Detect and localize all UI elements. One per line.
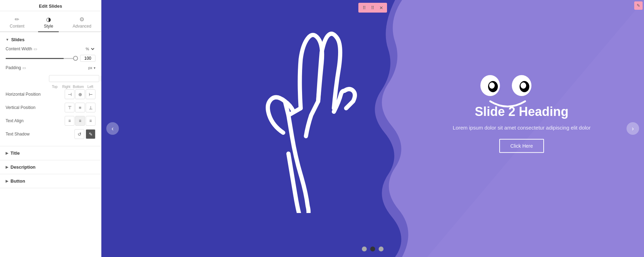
tab-content[interactable]: ✏ Content xyxy=(4,14,30,32)
slides-section: ▼ Slides Content Width ▭ % px xyxy=(0,32,101,146)
horizontal-position-btn-group: ⊣ ⊕ ⊢ xyxy=(65,89,95,99)
tab-advanced[interactable]: ⚙ Advanced xyxy=(67,14,97,32)
slide-next-button[interactable]: › xyxy=(627,122,639,135)
slide-content: Slide 2 Heading Lorem ipsum dolor sit am… xyxy=(434,104,609,153)
close-icon[interactable]: ✕ xyxy=(377,4,385,12)
button-section-label: Button xyxy=(10,178,25,184)
slide-heading: Slide 2 Heading xyxy=(434,104,609,119)
h-align-right-button[interactable]: ⊢ xyxy=(86,89,95,99)
slides-title-label: Slides xyxy=(11,37,24,42)
slides-section-content: Content Width ▭ % px P xyxy=(6,44,95,139)
svg-point-5 xyxy=(521,82,526,89)
padding-label: Padding ▭ xyxy=(6,65,48,70)
vertical-position-row: Vertical Position ⊤ ≡ ⊥ xyxy=(6,103,95,112)
v-align-middle-button[interactable]: ≡ xyxy=(75,103,85,112)
title-section[interactable]: ▶ Title xyxy=(0,146,101,160)
v-align-top-button[interactable]: ⊤ xyxy=(65,103,74,112)
button-section[interactable]: ▶ Button xyxy=(0,174,101,188)
horizontal-position-row: Horizontal Position ⊣ ⊕ ⊢ xyxy=(6,89,95,99)
slides-section-title[interactable]: ▼ Slides xyxy=(6,36,95,44)
monitor-icon: ▭ xyxy=(34,47,37,51)
style-icon: ◑ xyxy=(46,16,51,23)
vertical-position-controls: ⊤ ≡ ⊥ xyxy=(50,103,95,112)
text-align-right-button[interactable]: ≡ xyxy=(86,116,95,126)
tabs-row: ✏ Content ◑ Style ⚙ Advanced xyxy=(0,11,101,32)
hand-drawing-svg xyxy=(231,10,385,213)
padding-left-label: Left xyxy=(85,85,95,89)
svg-point-2 xyxy=(489,82,495,89)
padding-inputs xyxy=(49,75,101,82)
grid-icon[interactable]: ⠿ xyxy=(369,4,377,12)
padding-unit-label: px xyxy=(88,66,92,70)
padding-row: Padding ▭ px ▾ xyxy=(6,65,95,70)
tab-style-label: Style xyxy=(44,24,53,29)
eyes-svg xyxy=(480,73,536,108)
text-align-controls: ≡ ≡ ≡ xyxy=(50,116,95,126)
text-align-row: Text Align ≡ ≡ ≡ xyxy=(6,116,95,126)
slide-container: Slide 2 Heading Lorem ipsum dolor sit am… xyxy=(101,0,644,257)
description-section-label: Description xyxy=(10,164,36,170)
text-shadow-row: Text Shadow ↺ ✎ xyxy=(6,129,95,139)
title-arrow-icon: ▶ xyxy=(6,151,8,155)
slide-dot-1[interactable] xyxy=(362,247,367,251)
slide-dots xyxy=(362,247,384,251)
slide-dot-2[interactable] xyxy=(370,247,375,251)
tab-content-label: Content xyxy=(10,24,24,29)
main-area: Slide 2 Heading Lorem ipsum dolor sit am… xyxy=(101,0,644,257)
v-align-bottom-button[interactable]: ⊥ xyxy=(86,103,95,112)
padding-inputs-row: 🔗 xyxy=(6,74,95,83)
vertical-position-btn-group: ⊤ ≡ ⊥ xyxy=(65,103,95,112)
description-arrow-icon: ▶ xyxy=(6,165,8,169)
text-align-center-button[interactable]: ≡ xyxy=(75,116,85,126)
content-width-input[interactable] xyxy=(80,55,95,62)
slide-prev-button[interactable]: ‹ xyxy=(106,122,119,135)
text-align-btn-group: ≡ ≡ ≡ xyxy=(65,116,95,126)
advanced-icon: ⚙ xyxy=(79,16,84,23)
content-icon: ✏ xyxy=(15,16,19,23)
content-width-slider-container xyxy=(6,55,95,62)
content-width-slider-row xyxy=(6,55,95,62)
top-toolbar: ⠿ ⠿ ✕ xyxy=(358,3,387,13)
slides-arrow-icon: ▼ xyxy=(6,38,9,42)
text-shadow-edit-button[interactable]: ✎ xyxy=(86,129,95,139)
face-decoration xyxy=(480,73,536,109)
padding-unit-area: px ▾ xyxy=(50,66,95,70)
content-width-slider[interactable] xyxy=(6,58,78,59)
tab-style[interactable]: ◑ Style xyxy=(38,14,59,32)
horizontal-position-label: Horizontal Position xyxy=(6,92,48,97)
padding-icon: ▭ xyxy=(22,66,26,70)
padding-labels-row: Top Right Bottom Left xyxy=(50,85,95,89)
text-shadow-reset-button[interactable]: ↺ xyxy=(74,129,84,139)
content-width-label: Content Width ▭ xyxy=(6,46,48,51)
slide-cta-button[interactable]: Click Here xyxy=(499,139,544,153)
panel-header: Edit Slides xyxy=(0,0,101,11)
padding-top-input[interactable] xyxy=(49,75,99,82)
text-align-left-button[interactable]: ≡ xyxy=(65,116,74,126)
text-shadow-label: Text Shadow xyxy=(6,132,48,137)
content-width-unit-select[interactable]: % px xyxy=(84,46,95,51)
padding-top-label: Top xyxy=(50,85,60,89)
text-align-label: Text Align xyxy=(6,118,48,123)
h-align-left-button[interactable]: ⊣ xyxy=(65,89,74,99)
chevron-down-icon: ▾ xyxy=(94,66,95,70)
padding-bottom-label: Bottom xyxy=(73,85,84,89)
description-section[interactable]: ▶ Description xyxy=(0,160,101,174)
padding-right-label: Right xyxy=(61,85,71,89)
content-width-row: Content Width ▭ % px xyxy=(6,46,95,51)
vertical-position-label: Vertical Position xyxy=(6,105,48,110)
horizontal-position-controls: ⊣ ⊕ ⊢ xyxy=(50,89,95,99)
content-width-controls: % px xyxy=(50,46,95,51)
button-arrow-icon: ▶ xyxy=(6,179,8,183)
text-shadow-controls: ↺ ✎ xyxy=(50,129,95,139)
h-align-center-button[interactable]: ⊕ xyxy=(75,89,85,99)
slide-dot-3[interactable] xyxy=(379,247,384,251)
title-section-label: Title xyxy=(10,150,20,156)
tab-advanced-label: Advanced xyxy=(73,24,91,29)
slide-description: Lorem ipsum dolor sit amet consectetur a… xyxy=(434,124,609,132)
drag-icon[interactable]: ⠿ xyxy=(360,4,368,12)
left-panel: Edit Slides ✏ Content ◑ Style ⚙ Advanced… xyxy=(0,0,101,257)
edit-corner-button[interactable]: ✎ xyxy=(634,1,643,10)
